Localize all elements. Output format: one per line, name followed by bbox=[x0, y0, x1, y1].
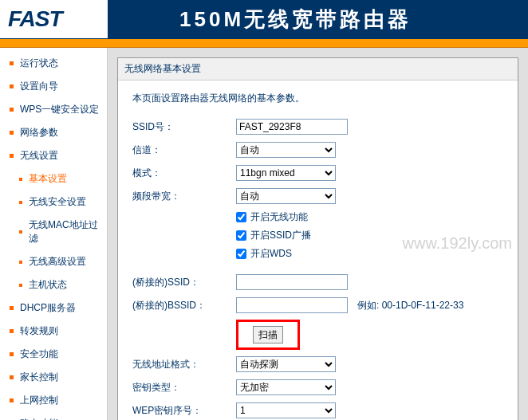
bullet-icon bbox=[10, 84, 14, 88]
enable-wds-label: 开启WDS bbox=[250, 247, 292, 261]
ssid-label: SSID号： bbox=[132, 120, 236, 134]
sidebar-item-label: 无线安全设置 bbox=[29, 195, 86, 209]
channel-label: 信道： bbox=[132, 143, 236, 157]
bullet-icon bbox=[10, 154, 14, 158]
sidebar-item-13[interactable]: 家长控制 bbox=[0, 366, 107, 389]
bullet-icon bbox=[19, 201, 22, 204]
header: FAST 150M无线宽带路由器 bbox=[0, 0, 528, 38]
bullet-icon bbox=[10, 352, 14, 356]
sidebar-item-label: DHCP服务器 bbox=[20, 301, 76, 315]
enable-wds-checkbox[interactable] bbox=[236, 249, 246, 259]
mode-label: 模式： bbox=[132, 167, 236, 180]
sidebar-item-label: 运行状态 bbox=[20, 57, 58, 70]
panel-body: 本页面设置路由器无线网络的基本参数。 SSID号： 信道： 自动 模式： 11b… bbox=[118, 80, 518, 420]
bridge-bssid-input[interactable] bbox=[236, 297, 348, 313]
main: 运行状态设置向导WPS一键安全设定网络参数无线设置基本设置无线安全设置无线MAC… bbox=[0, 48, 528, 420]
sidebar-item-label: 设置向导 bbox=[20, 80, 58, 93]
sidebar-item-label: 无线MAC地址过滤 bbox=[29, 218, 100, 245]
sidebar-item-0[interactable]: 运行状态 bbox=[0, 52, 107, 75]
bullet-icon bbox=[19, 261, 22, 264]
bandwidth-label: 频段带宽： bbox=[132, 190, 236, 203]
product-title: 150M无线宽带路由器 bbox=[108, 0, 528, 38]
sidebar-item-label: 无线设置 bbox=[20, 149, 58, 163]
key-type-select[interactable]: 无加密 bbox=[236, 379, 336, 395]
enable-ssid-broadcast-checkbox[interactable] bbox=[236, 230, 246, 241]
sidebar-item-15[interactable]: 路由功能 bbox=[0, 412, 107, 420]
logo-area: FAST bbox=[0, 0, 108, 38]
bullet-icon bbox=[19, 178, 22, 181]
wep-index-select[interactable]: 1 bbox=[236, 402, 336, 418]
channel-select[interactable]: 自动 bbox=[236, 142, 336, 158]
sidebar-item-label: WPS一键安全设定 bbox=[20, 103, 99, 116]
sidebar-item-8[interactable]: 无线高级设置 bbox=[0, 250, 107, 273]
key-type-label: 密钥类型： bbox=[132, 381, 236, 394]
sidebar-item-label: 安全功能 bbox=[20, 347, 58, 361]
sidebar-item-6[interactable]: 无线安全设置 bbox=[0, 190, 107, 214]
sidebar-item-9[interactable]: 主机状态 bbox=[0, 273, 107, 296]
sidebar-item-label: 主机状态 bbox=[29, 278, 67, 292]
bandwidth-select[interactable]: 自动 bbox=[236, 188, 336, 204]
bridge-bssid-label: (桥接的)BSSID： bbox=[132, 299, 236, 312]
bullet-icon bbox=[10, 306, 14, 310]
sidebar-item-label: 家长控制 bbox=[20, 371, 58, 384]
sidebar-item-label: 上网控制 bbox=[20, 394, 58, 407]
scan-button[interactable]: 扫描 bbox=[253, 326, 283, 343]
sidebar-item-5[interactable]: 基本设置 bbox=[0, 167, 107, 190]
enable-ssid-broadcast-label: 开启SSID广播 bbox=[250, 229, 311, 242]
bullet-icon bbox=[19, 284, 22, 287]
sidebar-item-label: 网络参数 bbox=[20, 126, 58, 139]
bullet-icon bbox=[19, 230, 22, 234]
divider-bar bbox=[0, 38, 528, 48]
sidebar-item-2[interactable]: WPS一键安全设定 bbox=[0, 98, 107, 121]
ssid-input[interactable] bbox=[236, 119, 348, 135]
sidebar-item-label: 无线高级设置 bbox=[29, 255, 86, 269]
sidebar-item-1[interactable]: 设置向导 bbox=[0, 75, 107, 98]
bridge-ssid-label: (桥接的)SSID： bbox=[132, 276, 236, 289]
sidebar-item-3[interactable]: 网络参数 bbox=[0, 121, 107, 144]
sidebar-item-7[interactable]: 无线MAC地址过滤 bbox=[0, 214, 107, 250]
sidebar-item-label: 路由功能 bbox=[20, 417, 58, 420]
addr-format-label: 无线地址格式： bbox=[132, 358, 236, 371]
settings-panel: 无线网络基本设置 本页面设置路由器无线网络的基本参数。 SSID号： 信道： 自… bbox=[117, 57, 518, 420]
bullet-icon bbox=[10, 329, 14, 333]
sidebar-item-label: 转发规则 bbox=[20, 324, 58, 338]
intro-text: 本页面设置路由器无线网络的基本参数。 bbox=[132, 92, 503, 105]
sidebar-item-14[interactable]: 上网控制 bbox=[0, 389, 107, 412]
bullet-icon bbox=[10, 61, 14, 65]
wep-index-label: WEP密钥序号： bbox=[132, 404, 236, 418]
bullet-icon bbox=[10, 108, 14, 112]
addr-format-select[interactable]: 自动探测 bbox=[236, 356, 336, 372]
sidebar-item-10[interactable]: DHCP服务器 bbox=[0, 296, 107, 320]
content-area: 无线网络基本设置 本页面设置路由器无线网络的基本参数。 SSID号： 信道： 自… bbox=[108, 48, 528, 420]
enable-wireless-label: 开启无线功能 bbox=[250, 210, 308, 224]
logo: FAST bbox=[8, 6, 62, 32]
scan-highlight: 扫描 bbox=[236, 320, 300, 350]
panel-title: 无线网络基本设置 bbox=[118, 58, 518, 80]
bridge-ssid-input[interactable] bbox=[236, 274, 348, 290]
bullet-icon bbox=[10, 131, 14, 135]
sidebar-item-12[interactable]: 安全功能 bbox=[0, 343, 107, 366]
bullet-icon bbox=[10, 375, 14, 379]
enable-wireless-checkbox[interactable] bbox=[236, 212, 246, 222]
sidebar: 运行状态设置向导WPS一键安全设定网络参数无线设置基本设置无线安全设置无线MAC… bbox=[0, 48, 108, 420]
sidebar-item-4[interactable]: 无线设置 bbox=[0, 144, 107, 167]
bssid-example: 例如: 00-1D-0F-11-22-33 bbox=[357, 299, 463, 312]
mode-select[interactable]: 11bgn mixed bbox=[236, 165, 336, 181]
sidebar-item-11[interactable]: 转发规则 bbox=[0, 320, 107, 343]
sidebar-item-label: 基本设置 bbox=[29, 172, 67, 186]
bullet-icon bbox=[10, 398, 14, 402]
